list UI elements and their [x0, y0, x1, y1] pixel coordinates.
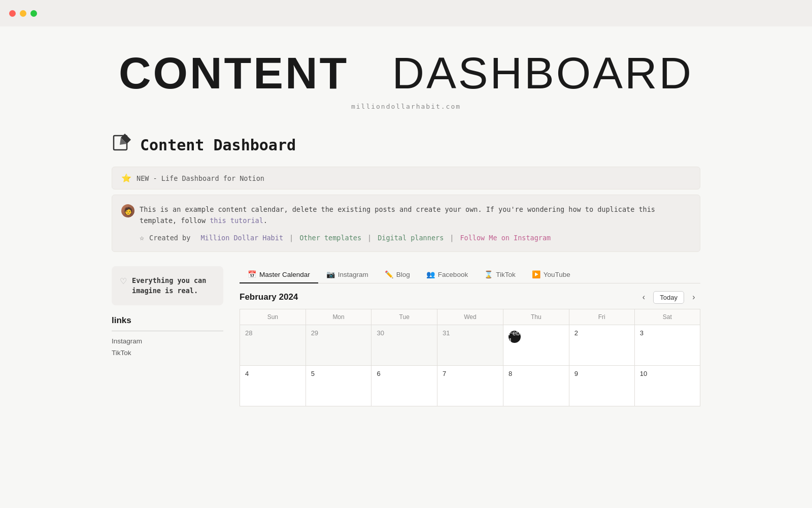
tiktok-icon: ⌛ — [484, 270, 493, 278]
blog-icon: ✏️ — [385, 270, 393, 278]
tab-youtube[interactable]: ▶️ YouTube — [524, 266, 579, 283]
tab-blog[interactable]: ✏️ Blog — [377, 266, 418, 283]
sep1: | — [289, 234, 293, 242]
notice-star-icon: ⭐ — [121, 173, 131, 183]
tab-instagram[interactable]: 📷 Instagram — [318, 266, 377, 283]
notice-text: NEW - Life Dashboard for Notion — [137, 174, 264, 182]
info-text: This is an example content calendar, del… — [140, 204, 691, 226]
youtube-icon: ▶️ — [532, 270, 540, 278]
calendar-cell-29[interactable]: 29 — [306, 325, 371, 366]
calendar-cell-4[interactable]: 4 — [240, 366, 306, 406]
links-star-icon: ☆ — [140, 233, 144, 242]
page-title: Content Dashboard — [140, 136, 296, 154]
tab-tiktok-label: TikTok — [496, 271, 516, 278]
titlebar — [0, 0, 812, 26]
tab-facebook-label: Facebook — [438, 271, 468, 278]
calendar-cell-feb1[interactable]: Feb 1 — [503, 325, 569, 366]
facebook-icon: 👥 — [426, 270, 435, 278]
col-mon: Mon — [306, 309, 371, 325]
sep3: | — [450, 234, 454, 242]
calendar-today-button[interactable]: Today — [653, 291, 684, 304]
calendar-prev-button[interactable]: ‹ — [637, 291, 650, 304]
calendar-cell-10[interactable]: 10 — [634, 366, 700, 406]
sidebar: ♡ Everything you can imagine is real. li… — [112, 266, 223, 406]
col-wed: Wed — [437, 309, 503, 325]
col-thu: Thu — [503, 309, 569, 325]
hero-title-light: DASHBOARD — [392, 48, 693, 98]
follow-instagram-link[interactable]: Follow Me on Instagram — [460, 234, 551, 242]
minimize-button[interactable] — [20, 10, 26, 17]
tab-tiktok[interactable]: ⌛ TikTok — [476, 266, 524, 283]
calendar-cell-30[interactable]: 30 — [371, 325, 437, 366]
calendar-cell-7[interactable]: 7 — [437, 366, 503, 406]
col-sun: Sun — [240, 309, 306, 325]
calendar-month-label: February 2024 — [240, 292, 298, 302]
hero-banner: CONTENT DASHBOARD milliondollarhabit.com — [0, 26, 812, 129]
calendar-next-button[interactable]: › — [687, 291, 700, 304]
calendar-cell-8[interactable]: 8 — [503, 366, 569, 406]
notice-banner: ⭐ NEW - Life Dashboard for Notion — [112, 167, 700, 189]
calendar-cell-2[interactable]: 2 — [569, 325, 634, 366]
calendar-header-row: Sun Mon Tue Wed Thu Fri Sat — [240, 309, 700, 325]
col-tue: Tue — [371, 309, 437, 325]
info-links: ☆ Created by Million Dollar Habit | Othe… — [121, 233, 691, 242]
calendar-area: 📅 Master Calendar 📷 Instagram ✏️ Blog 👥 … — [240, 266, 700, 406]
hero-title: CONTENT DASHBOARD — [0, 51, 812, 96]
calendar-row-2: 4 5 6 7 8 9 10 — [240, 366, 700, 406]
page-header: Content Dashboard — [112, 133, 700, 157]
sidebar-divider — [112, 331, 223, 331]
calendar-cell-5[interactable]: 5 — [306, 366, 371, 406]
hero-subtitle: milliondollarhabit.com — [0, 103, 812, 110]
main-content: Content Dashboard ⭐ NEW - Life Dashboard… — [81, 133, 731, 427]
sidebar-link-tiktok[interactable]: TikTok — [112, 347, 223, 359]
other-templates-link[interactable]: Other templates — [299, 234, 361, 242]
master-calendar-icon: 📅 — [248, 270, 256, 278]
calendar-grid: Sun Mon Tue Wed Thu Fri Sat 28 29 30 31 — [240, 309, 700, 406]
tab-facebook[interactable]: 👥 Facebook — [418, 266, 476, 283]
tab-youtube-label: YouTube — [544, 271, 570, 278]
sep2: | — [367, 234, 371, 242]
col-fri: Fri — [569, 309, 634, 325]
heart-icon: ♡ — [120, 276, 127, 286]
tab-master-label: Master Calendar — [259, 271, 310, 278]
calendar-nav: ‹ Today › — [637, 291, 700, 304]
million-dollar-habit-link[interactable]: Million Dollar Habit — [200, 234, 283, 242]
sidebar-quote-text: Everything you can imagine is real. — [132, 275, 215, 296]
maximize-button[interactable] — [30, 10, 37, 17]
calendar-row-1: 28 29 30 31 Feb 1 2 3 — [240, 325, 700, 366]
tutorial-link[interactable]: this tutorial — [210, 216, 263, 225]
info-block: 🧑 This is an example content calendar, d… — [112, 195, 700, 252]
sidebar-quote-block: ♡ Everything you can imagine is real. — [112, 266, 223, 305]
calendar-cell-3[interactable]: 3 — [634, 325, 700, 366]
avatar: 🧑 — [121, 204, 134, 217]
instagram-icon: 📷 — [326, 270, 335, 278]
hero-title-bold: CONTENT — [119, 48, 349, 98]
col-sat: Sat — [634, 309, 700, 325]
tab-master-calendar[interactable]: 📅 Master Calendar — [240, 266, 318, 283]
calendar-cell-9[interactable]: 9 — [569, 366, 634, 406]
sidebar-link-instagram[interactable]: Instagram — [112, 335, 223, 347]
calendar-header: February 2024 ‹ Today › — [240, 283, 700, 309]
tabs-bar: 📅 Master Calendar 📷 Instagram ✏️ Blog 👥 … — [240, 266, 700, 283]
close-button[interactable] — [9, 10, 16, 17]
bottom-section: ♡ Everything you can imagine is real. li… — [112, 266, 700, 406]
calendar-cell-28[interactable]: 28 — [240, 325, 306, 366]
tab-instagram-label: Instagram — [338, 271, 368, 278]
info-top: 🧑 This is an example content calendar, d… — [121, 204, 691, 226]
digital-planners-link[interactable]: Digital planners — [378, 234, 444, 242]
calendar-cell-31[interactable]: 31 — [437, 325, 503, 366]
sidebar-links-title: links — [112, 315, 223, 326]
tab-blog-label: Blog — [396, 271, 410, 278]
created-by-label: Created by — [149, 234, 190, 242]
page-icon — [112, 133, 132, 157]
calendar-cell-6[interactable]: 6 — [371, 366, 437, 406]
